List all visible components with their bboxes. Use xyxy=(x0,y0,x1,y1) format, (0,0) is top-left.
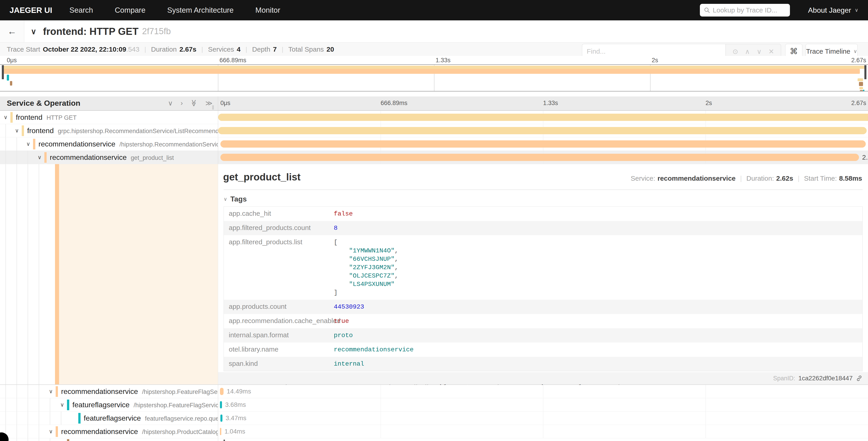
tag-key: otel.library.name xyxy=(224,346,334,354)
json-punctuation xyxy=(334,264,349,271)
next-match-icon[interactable]: ∨ xyxy=(757,48,762,56)
nav-item-system-architecture[interactable]: System Architecture xyxy=(167,6,234,14)
tag-row[interactable]: app.cache_hitfalse xyxy=(224,207,862,221)
collapse-trace-chevron[interactable]: ∨ xyxy=(31,20,36,42)
span-operation-name: grpc.hipstershop.RecommendationService/L… xyxy=(58,128,218,135)
span-name-cell[interactable]: ∨recommendationservice/hipstershop.Featu… xyxy=(0,385,218,398)
summary-separator: | xyxy=(144,46,146,53)
chevron-down-icon[interactable]: ∨ xyxy=(49,428,53,435)
trace-id-lookup[interactable] xyxy=(700,4,790,17)
column-resize-grip[interactable]: ‖ xyxy=(212,104,215,111)
tag-row[interactable]: app.filtered_products.list[ "1YMWWN1N4O"… xyxy=(224,235,862,300)
tree-indent-guide xyxy=(39,385,39,398)
summary-label: Services xyxy=(208,46,234,53)
span-timeline-cell[interactable]: 3.47ms xyxy=(218,412,868,425)
span-duration-bar[interactable] xyxy=(220,414,222,422)
span-duration-bar[interactable] xyxy=(220,428,221,435)
chevron-down-icon[interactable]: ∨ xyxy=(15,127,19,134)
span-name-cell[interactable]: ∨frontendHTTP GET xyxy=(0,111,218,124)
span-timeline-cell[interactable]: 1.04ms xyxy=(218,425,868,438)
deep-link-icon[interactable] xyxy=(856,375,863,382)
nav-item-search[interactable]: Search xyxy=(69,6,93,14)
span-timeline-cell[interactable]: 14.49ms xyxy=(218,385,868,398)
expand-one-icon[interactable]: ≫ xyxy=(190,99,198,107)
trace-id-input[interactable] xyxy=(713,6,786,14)
nav-item-monitor[interactable]: Monitor xyxy=(255,6,280,14)
tree-indent-guide xyxy=(17,385,17,398)
chevron-down-icon[interactable]: ∨ xyxy=(26,141,30,147)
span-service-name: recommendationservice/hipstershop.Produc… xyxy=(61,428,218,436)
span-timeline-cell[interactable]: 3.68ms xyxy=(218,398,868,411)
json-punctuation xyxy=(334,247,349,254)
timeline-tick-label: 2.67s xyxy=(851,57,866,64)
span-row: ∨recommendationservice/hipstershop.Featu… xyxy=(0,385,868,398)
span-name-cell[interactable]: featureflagservicefeatureflagservice.rep… xyxy=(0,412,218,425)
span-timeline-cell[interactable] xyxy=(218,111,868,124)
collapse-all-icon[interactable]: ∨ xyxy=(168,99,173,107)
span-timeline-cell[interactable] xyxy=(218,138,868,151)
tree-indent-guide xyxy=(28,398,28,411)
tree-indent-guide xyxy=(17,412,17,425)
tag-row[interactable]: span.kindinternal xyxy=(224,357,862,371)
span-operation-name: featureflagservice.repo.query:fe... xyxy=(145,415,218,422)
minimap-span-bar xyxy=(859,82,863,86)
span-name-cell[interactable]: ∨recommendationserviceget_product_list xyxy=(0,151,218,164)
json-string: "LS4PSXUNUM" xyxy=(349,281,395,288)
app-brand[interactable]: JAEGER UI xyxy=(9,6,52,15)
timeline-column-header: Service & Operation ∨ › ≫ ≫ ‖ 0μs666.89m… xyxy=(0,96,868,111)
about-jaeger-menu[interactable]: About Jaeger ∨ xyxy=(808,0,858,20)
expand-all-icon[interactable]: ≫ xyxy=(205,99,212,107)
minimap-ticks: 0μs666.89ms1.33s2s2.67s xyxy=(0,56,868,64)
tree-indent-guide xyxy=(5,124,6,137)
span-detail-row: get_product_list Service:recommendations… xyxy=(0,164,868,385)
json-punctuation xyxy=(334,272,349,280)
chevron-down-icon[interactable]: ∨ xyxy=(60,402,64,408)
tag-row[interactable]: internal.span.formatproto xyxy=(224,328,862,343)
span-name-cell[interactable]: ∨frontendgrpc.hipstershop.Recommendation… xyxy=(0,124,218,137)
span-duration-bar[interactable] xyxy=(220,140,866,148)
span-duration-bar[interactable] xyxy=(220,388,223,395)
summary-label: Trace Start xyxy=(7,46,40,53)
span-name-cell[interactable]: ∨featureflagservice/hipstershop.FeatureF… xyxy=(0,398,218,411)
chevron-down-icon[interactable]: ∨ xyxy=(37,154,42,160)
collapse-one-icon[interactable]: › xyxy=(181,99,183,107)
span-duration-bar[interactable] xyxy=(218,114,868,121)
tag-row[interactable]: app.filtered_products.count8 xyxy=(224,221,862,235)
tree-indent-guide xyxy=(50,412,50,425)
clear-find-icon[interactable]: ✕ xyxy=(769,48,774,56)
span-timeline-cell[interactable]: 2.62s xyxy=(218,151,868,164)
span-name-cell[interactable]: ∨recommendationservice/hipstershop.Produ… xyxy=(0,425,218,438)
tags-section-toggle[interactable]: ∨ Tags xyxy=(223,195,868,203)
back-button[interactable]: ← xyxy=(0,20,24,42)
nav-item-compare[interactable]: Compare xyxy=(115,6,146,14)
tag-key: app.products.count xyxy=(224,303,334,311)
trace-minimap[interactable] xyxy=(0,64,868,91)
command-icon: ⌘ xyxy=(790,47,798,56)
spanid-label: SpanID: xyxy=(773,375,795,382)
span-timeline-cell[interactable] xyxy=(218,124,868,137)
tag-key: app.filtered_products.count xyxy=(224,224,334,232)
chevron-down-icon[interactable]: ∨ xyxy=(4,114,8,120)
span-name-cell[interactable]: ∨recommendationservice/hipstershop.Recom… xyxy=(0,138,218,151)
service-color-bar xyxy=(67,439,69,441)
tag-row[interactable]: otel.library.namerecommendationservice xyxy=(224,343,862,357)
minimap-drag-handle[interactable] xyxy=(2,65,4,79)
timeline-tick-label: 666.89ms xyxy=(381,99,407,107)
tag-value: true xyxy=(334,317,349,325)
match-focus-icon[interactable]: ⊙ xyxy=(733,48,738,56)
chevron-down-icon[interactable]: ∨ xyxy=(49,388,53,394)
minimap-span-bar xyxy=(859,87,863,89)
span-color-accent xyxy=(55,164,59,384)
minimap-drag-handle[interactable] xyxy=(864,65,866,79)
json-punctuation: , xyxy=(395,264,399,271)
tag-value-str: recommendationservice xyxy=(334,346,414,353)
span-duration-bar[interactable] xyxy=(220,154,859,161)
json-punctuation xyxy=(334,256,349,263)
span-duration-bar[interactable] xyxy=(220,401,222,408)
prev-match-icon[interactable]: ∧ xyxy=(745,48,750,56)
span-duration-bar[interactable] xyxy=(218,127,867,134)
timeline-tick-label: 2s xyxy=(652,57,658,64)
trace-id-short: 2f715fb xyxy=(142,27,171,36)
tag-row[interactable]: app.recommendation.cache_enabledtrue xyxy=(224,314,862,328)
tag-row[interactable]: app.products.count44530923 xyxy=(224,300,862,314)
